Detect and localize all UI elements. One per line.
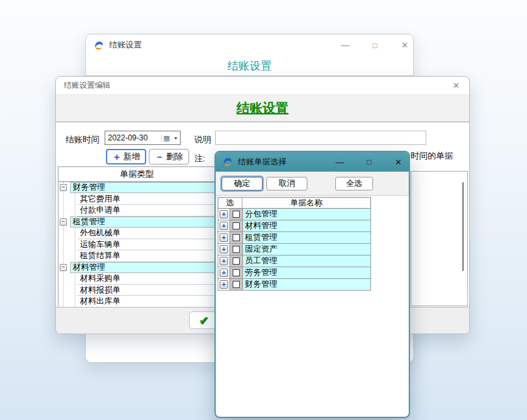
row-checkbox[interactable] bbox=[233, 257, 240, 265]
tree-child-label: 材料采购单 bbox=[77, 273, 215, 285]
expand-icon[interactable]: + bbox=[220, 257, 228, 265]
settlement-date-picker[interactable]: 2022-09-30 ▦ ▼ bbox=[105, 131, 181, 145]
tree-child-label: 其它费用单 bbox=[77, 194, 215, 205]
tree-child-row[interactable]: 外包机械单 bbox=[58, 228, 215, 239]
table-row[interactable]: +租赁管理 bbox=[218, 232, 371, 244]
table-row[interactable]: +财务管理 bbox=[218, 279, 371, 291]
minimize-icon[interactable]: — bbox=[333, 152, 347, 172]
delete-button-label: 删除 bbox=[166, 151, 183, 163]
add-button[interactable]: ＋ 新增 bbox=[106, 149, 146, 164]
expand-icon[interactable]: + bbox=[220, 269, 228, 277]
expand-cell: + bbox=[218, 256, 229, 267]
doc-select-dialog: 结账单据选择 — □ ✕ 确定 取消 全选 选 单据名称 +分包管理+材料管理+… bbox=[214, 151, 410, 418]
checkbox-cell bbox=[229, 279, 242, 290]
expand-icon[interactable]: + bbox=[220, 280, 228, 289]
tree-child-label: 付款申请单 bbox=[77, 205, 215, 217]
doc-name-cell: 员工管理 bbox=[242, 256, 370, 267]
dialog-toolbar: 确定 取消 全选 bbox=[216, 172, 409, 196]
tree-child-row[interactable]: 其它费用单 bbox=[58, 194, 215, 205]
table-row[interactable]: +分包管理 bbox=[218, 209, 371, 220]
tree-parent-label: 租赁管理 bbox=[70, 217, 215, 228]
checkbox-cell bbox=[229, 244, 242, 255]
table-row[interactable]: +员工管理 bbox=[218, 256, 371, 267]
expand-cell: + bbox=[218, 220, 229, 231]
table-row[interactable]: +劳务管理 bbox=[218, 267, 371, 279]
row-checkbox[interactable] bbox=[233, 246, 240, 253]
page-header: 结账设置 bbox=[56, 95, 469, 122]
doc-type-tree-body: −财务管理其它费用单付款申请单−租赁管理外包机械单运输车辆单租赁结算单−材料管理… bbox=[58, 182, 215, 308]
app-logo-icon bbox=[222, 157, 233, 167]
description-label: 说明 bbox=[194, 134, 211, 146]
description-input[interactable] bbox=[215, 131, 426, 145]
titlebar[interactable]: 结账设置 — □ ✕ bbox=[86, 34, 413, 56]
doc-name-cell: 劳务管理 bbox=[242, 267, 370, 278]
expand-cell: + bbox=[218, 244, 229, 255]
close-icon[interactable]: ✕ bbox=[391, 152, 405, 172]
tree-child-label: 运输车辆单 bbox=[77, 239, 215, 251]
titlebar[interactable]: 结账单据选择 — □ ✕ bbox=[216, 152, 409, 172]
app-logo-icon bbox=[94, 40, 104, 51]
tree-child-row[interactable]: 材料报损单 bbox=[58, 285, 215, 296]
collapse-icon[interactable]: − bbox=[60, 264, 67, 271]
tree-parent-label: 材料管理 bbox=[70, 262, 215, 273]
calendar-icon: ▦ bbox=[161, 134, 172, 142]
tree-parent-row[interactable]: −财务管理 bbox=[58, 182, 215, 194]
expand-cell: + bbox=[218, 267, 229, 278]
doc-select-table: 选 单据名称 +分包管理+材料管理+租赁管理+固定资产+员工管理+劳务管理+财务… bbox=[218, 197, 371, 291]
expand-icon[interactable]: + bbox=[220, 245, 228, 254]
doc-select-rows: +分包管理+材料管理+租赁管理+固定资产+员工管理+劳务管理+财务管理 bbox=[218, 209, 371, 291]
window-title: 结账设置编辑 bbox=[64, 80, 110, 91]
tree-child-label: 外包机械单 bbox=[77, 228, 215, 239]
minimize-icon[interactable]: — bbox=[336, 34, 354, 56]
ok-button[interactable]: 确定 bbox=[222, 177, 263, 190]
close-icon[interactable]: ✕ bbox=[396, 34, 414, 56]
delete-button[interactable]: － 删除 bbox=[149, 149, 189, 164]
tree-child-row[interactable]: 付款申请单 bbox=[58, 205, 215, 217]
minus-icon: － bbox=[155, 152, 164, 161]
note-prefix: 注: bbox=[194, 153, 205, 164]
select-all-button[interactable]: 全选 bbox=[335, 177, 373, 190]
tree-parent-row[interactable]: −材料管理 bbox=[58, 262, 215, 274]
row-checkbox[interactable] bbox=[233, 222, 240, 230]
scrollbar-thumb[interactable] bbox=[462, 182, 464, 271]
checkbox-cell bbox=[229, 209, 242, 220]
row-checkbox[interactable] bbox=[233, 269, 240, 276]
window-title: 结账设置 bbox=[109, 40, 142, 51]
doc-name-cell: 财务管理 bbox=[242, 279, 370, 290]
chevron-down-icon[interactable]: ▼ bbox=[172, 136, 180, 140]
selected-docs-panel bbox=[411, 171, 468, 306]
table-row[interactable]: +固定资产 bbox=[218, 244, 371, 256]
doc-name-cell: 固定资产 bbox=[242, 244, 370, 255]
expand-icon[interactable]: + bbox=[220, 222, 228, 230]
tree-child-row[interactable]: 运输车辆单 bbox=[58, 239, 215, 251]
tree-child-label: 租赁结算单 bbox=[77, 250, 215, 262]
titlebar[interactable]: 结账设置编辑 ✕ bbox=[56, 77, 469, 95]
doc-name-cell: 分包管理 bbox=[242, 209, 370, 220]
row-checkbox[interactable] bbox=[233, 234, 240, 241]
tree-parent-row[interactable]: −租赁管理 bbox=[58, 217, 215, 228]
plus-icon: ＋ bbox=[112, 152, 122, 161]
tree-child-row[interactable]: 材料采购单 bbox=[58, 273, 215, 285]
name-column-header: 单据名称 bbox=[242, 198, 370, 208]
expand-icon[interactable]: + bbox=[220, 210, 228, 218]
row-checkbox[interactable] bbox=[233, 211, 240, 218]
cancel-button[interactable]: 取消 bbox=[266, 177, 307, 190]
table-row[interactable]: +材料管理 bbox=[218, 220, 371, 232]
tree-child-row[interactable]: 材料出库单 bbox=[58, 296, 215, 308]
tree-child-row[interactable]: 租赁结算单 bbox=[58, 250, 215, 262]
collapse-icon[interactable]: − bbox=[60, 218, 67, 226]
expand-cell: + bbox=[218, 232, 229, 243]
note-suffix: 时间的单据 bbox=[411, 150, 453, 162]
checkbox-cell bbox=[229, 220, 242, 231]
collapse-icon[interactable]: − bbox=[60, 184, 67, 191]
page-title: 结账设置 bbox=[86, 56, 413, 76]
maximize-icon[interactable]: □ bbox=[362, 152, 376, 172]
expand-icon[interactable]: + bbox=[220, 233, 228, 242]
checkbox-cell bbox=[229, 267, 242, 278]
check-icon: ✔ bbox=[199, 313, 209, 328]
row-checkbox[interactable] bbox=[233, 281, 240, 288]
checkbox-cell bbox=[229, 232, 242, 243]
close-icon[interactable]: ✕ bbox=[447, 77, 465, 94]
maximize-icon[interactable]: □ bbox=[366, 34, 384, 56]
page-title: 结账设置 bbox=[237, 99, 289, 117]
